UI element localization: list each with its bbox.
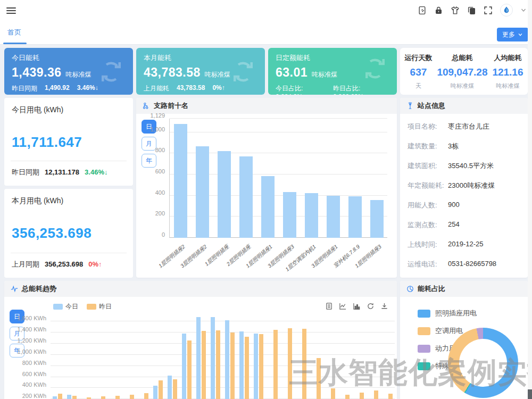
stat-card-unit: 吨标准煤 [312, 70, 337, 79]
trend-bar-昨日[interactable] [115, 396, 120, 399]
site-info-row: 运维电话:0531-82665798 [408, 260, 522, 270]
trend-bar-今日[interactable] [225, 320, 229, 399]
energy-trend-panel: 总能耗趋势 今日昨日 日月年 0 KWh200 KWh400 KWh600 KW… [4, 281, 397, 399]
site-info-value: 254 [448, 220, 460, 231]
y-axis-tick-label: 400 KWh [22, 381, 46, 388]
divider [11, 161, 127, 161]
lock-icon[interactable] [434, 6, 443, 15]
site-info-row: 项目名称:枣庄市台儿庄 [408, 122, 522, 132]
trend-bar-昨日[interactable] [202, 331, 206, 399]
data-view-icon[interactable] [325, 302, 333, 310]
trend-bar-今日[interactable] [254, 334, 258, 399]
branch-bar[interactable] [174, 124, 187, 238]
trend-bar-今日[interactable] [67, 395, 71, 399]
energy-ratio-donut[interactable] [448, 328, 518, 398]
bar-chart-toggle-icon[interactable] [353, 302, 361, 310]
branch-bar[interactable] [261, 176, 275, 238]
gridline [51, 321, 395, 321]
refresh-icon[interactable] [367, 302, 375, 310]
ratio-panel-header: 能耗占比 [400, 281, 528, 297]
site-info-label: 上线时间: [408, 240, 448, 251]
stat-card-value: 1,439.36 [12, 65, 62, 80]
trend-bar-昨日[interactable] [360, 393, 364, 399]
branch-bar[interactable] [327, 196, 340, 238]
trend-bar-今日[interactable] [53, 396, 57, 399]
trend-bar-chart[interactable]: 0 KWh200 KWh400 KWh600 KWh800 KWh1,000 K… [51, 316, 395, 399]
trend-bar-昨日[interactable] [72, 396, 77, 399]
compare-value: 356,253.698 [45, 260, 83, 268]
tab-home[interactable]: 首页 [7, 28, 21, 37]
trend-bar-昨日[interactable] [288, 328, 292, 399]
branch-period-button-月[interactable]: 月 [142, 137, 156, 151]
trend-bar-今日[interactable] [211, 317, 215, 399]
copy-icon[interactable] [467, 6, 476, 15]
gridline [170, 118, 387, 119]
trend-bar-昨日[interactable] [101, 396, 105, 399]
trend-bar-昨日[interactable] [58, 394, 62, 399]
trend-panel-header: 总能耗趋势 [4, 281, 397, 297]
line-chart-toggle-icon[interactable] [339, 302, 347, 310]
branch-bar[interactable] [370, 200, 384, 238]
trend-bar-今日[interactable] [153, 386, 157, 399]
trend-bar-昨日[interactable] [216, 330, 220, 399]
summary-stat-label: 人均能耗 [492, 53, 523, 63]
menu-toggle-icon[interactable] [6, 6, 16, 14]
trend-bar-昨日[interactable] [187, 340, 192, 399]
trend-bar-昨日[interactable] [259, 334, 263, 399]
trend-bar-昨日[interactable] [230, 332, 235, 399]
summary-stat-value: 109,047.28 [437, 66, 487, 78]
download-icon[interactable] [380, 302, 388, 310]
y-axis-tick-label: 600 KWh [22, 371, 46, 377]
trend-bar-昨日[interactable] [302, 329, 306, 399]
trend-bar-昨日[interactable] [388, 394, 393, 399]
site-info-label: 年定额能耗: [408, 181, 448, 192]
site-info-value: 0531-82665798 [448, 260, 496, 270]
branch-bar[interactable] [283, 192, 296, 238]
trend-bar-昨日[interactable] [273, 330, 278, 399]
theme-skin-icon[interactable] [451, 6, 460, 15]
compare-label: 上月同期 [12, 260, 39, 269]
trend-bar-今日[interactable] [168, 376, 172, 399]
branch-period-button-年[interactable]: 年 [142, 154, 156, 168]
fullscreen-icon[interactable] [484, 6, 493, 15]
trend-bar-昨日[interactable] [317, 358, 321, 399]
legend-item-昨日[interactable]: 昨日 [87, 302, 112, 311]
scrollbar-track[interactable] [528, 0, 532, 399]
stat-card-unit: 吨标准煤 [205, 70, 230, 79]
y-axis-tick-label: 400 [155, 189, 165, 196]
gridline [51, 343, 395, 344]
trend-bar-昨日[interactable] [144, 393, 148, 399]
trend-bar-昨日[interactable] [173, 379, 177, 399]
trend-bar-今日[interactable] [239, 331, 244, 399]
user-avatar[interactable] [500, 4, 513, 16]
ratio-legend-label: 照明插座用电 [435, 309, 477, 318]
scrollbar-thumb[interactable] [528, 389, 532, 399]
trend-bar-今日[interactable] [196, 317, 201, 399]
more-chevron-icon [518, 32, 523, 37]
trend-bar-昨日[interactable] [159, 380, 163, 399]
branch-bar[interactable] [218, 151, 231, 238]
trend-bar-昨日[interactable] [130, 395, 134, 399]
branch-bar[interactable] [196, 146, 209, 238]
panel-title: 支路前十名 [154, 101, 188, 111]
branch-bar[interactable] [239, 156, 253, 238]
y-axis-tick-label: 800 [155, 147, 165, 153]
stat-card-sub-label: 昨日同期 [12, 84, 37, 93]
trend-bar-昨日[interactable] [374, 390, 378, 399]
trend-bar-昨日[interactable] [245, 337, 249, 399]
more-button[interactable]: 更多 [497, 28, 528, 41]
branch-bar-chart[interactable]: 02004006008001,0001,1291层照明插座23层照明插座21层照… [169, 119, 387, 238]
legend-item-今日[interactable]: 今日 [53, 302, 78, 311]
stat-card-daily-quota-energy: 日定额能耗 63.01 吨标准煤 今日占比: 2,284.2% 昨日占比: 2,… [268, 48, 397, 95]
ratio-legend-swatch [418, 327, 430, 335]
branch-bar[interactable] [305, 193, 318, 238]
trend-bar-今日[interactable] [182, 334, 186, 399]
user-menu-chevron-icon[interactable] [520, 7, 527, 13]
legend-swatch [53, 304, 63, 310]
trend-bar-昨日[interactable] [331, 388, 335, 399]
ratio-legend-item[interactable]: 照明插座用电 [418, 309, 477, 318]
repair-tool-icon[interactable] [418, 6, 427, 15]
trend-bar-昨日[interactable] [345, 395, 350, 399]
ratio-legend-item[interactable]: 空调用电 [418, 326, 463, 336]
branch-bar[interactable] [348, 196, 362, 238]
